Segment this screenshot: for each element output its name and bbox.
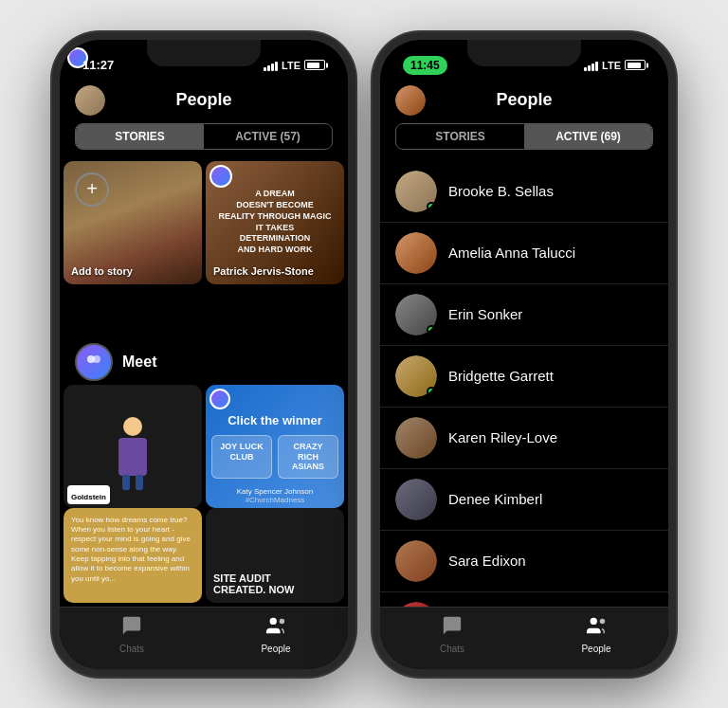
active-user-row[interactable]: Sara Edixon	[380, 531, 668, 592]
avatar-2	[395, 85, 426, 116]
online-dot-3	[427, 387, 436, 396]
bitmoji-overlay-text: Goldstein	[71, 493, 106, 501]
battery-icon-2	[625, 60, 646, 70]
people-icon-2	[586, 615, 607, 641]
user-name-5: Denee Kimberl	[448, 491, 542, 507]
winner-options: JOY LUCK CLUB CRAZY RICH ASIANS	[211, 435, 338, 479]
stories-grid-1: + Add to story A DREAMDOESN'T BECOMEREAL…	[60, 161, 348, 336]
quote-text: You know how dreams come true? When you …	[71, 516, 194, 585]
seg-active-2[interactable]: ACTIVE (69)	[524, 124, 652, 149]
meet-label: Meet	[122, 354, 156, 371]
page-title-1: People	[175, 90, 231, 110]
avatar-1	[75, 85, 105, 116]
chat-icon-2	[442, 615, 463, 641]
audit-card[interactable]: SITE AUDIT CREATED. NOW	[206, 508, 344, 603]
avatar-img-5	[395, 479, 437, 520]
app-container: 11:27 LTE	[33, 13, 695, 696]
click-winner-tag: #ChurchMadness	[209, 496, 340, 504]
lte-icon-2: LTE	[602, 60, 621, 71]
active-user-row[interactable]: Amelia Anna Talucci	[380, 223, 668, 284]
add-plus-icon[interactable]: +	[75, 172, 109, 207]
phone-2: 11:45 LTE	[373, 32, 676, 677]
avatar-img-1	[75, 85, 105, 116]
click-winner-title: Click the winner	[228, 413, 322, 427]
user-avatar-5	[395, 479, 437, 520]
click-winner-card[interactable]: Click the winner JOY LUCK CLUB CRAZY RIC…	[206, 385, 344, 508]
user-avatar-4	[395, 417, 437, 459]
online-dot-0	[427, 202, 436, 211]
active-user-row[interactable]: Denee Kimberl	[380, 469, 668, 531]
meet-row: Meet	[60, 336, 348, 385]
add-story-card[interactable]: + Add to story	[64, 161, 202, 284]
svg-point-2	[270, 617, 277, 624]
status-icons-1: LTE	[264, 60, 325, 71]
bitmoji-card[interactable]: Goldstein	[64, 385, 202, 508]
page-header-2: People	[380, 82, 668, 123]
tab-bar-2: Chats People	[380, 607, 668, 669]
battery-icon-1	[304, 60, 325, 70]
active-user-row[interactable]: Brooke B. Sellas	[380, 161, 668, 223]
active-user-row[interactable]: Bridgette Garrett	[380, 346, 668, 408]
add-story-label: Add to story	[71, 265, 133, 277]
tab-chats-2[interactable]: Chats	[380, 615, 524, 654]
cards-row: Goldstein Click the winner JOY LUCK CLUB…	[60, 385, 348, 508]
segmented-2: STORIES ACTIVE (69)	[395, 123, 653, 150]
active-user-row[interactable]: Karen Riley-Love	[380, 408, 668, 469]
online-dot-2	[427, 325, 436, 335]
bottom-cards: You know how dreams come true? When you …	[60, 508, 348, 607]
user-avatar-6	[395, 540, 437, 582]
time-1: 11:27	[82, 58, 114, 72]
user-avatar-0	[395, 171, 437, 212]
avatar-img-1	[395, 232, 437, 274]
status-icons-2: LTE	[584, 60, 646, 71]
tab-people-label-1: People	[261, 644, 290, 654]
notch-1	[147, 40, 261, 66]
user-name-1: Amelia Anna Talucci	[448, 245, 575, 261]
svg-point-3	[280, 618, 285, 624]
story-card-patrick[interactable]: A DREAMDOESN'T BECOMEREALITY THROUGH MAG…	[206, 161, 344, 284]
story-label-patrick: Patrick Jervis-Stone	[213, 265, 314, 277]
active-user-row[interactable]: Amy Melissa Kraft	[380, 592, 668, 607]
seg-active-1[interactable]: ACTIVE (57)	[204, 124, 332, 149]
tab-chats-1[interactable]: Chats	[60, 615, 204, 654]
page-title-2: People	[496, 90, 552, 110]
active-user-row[interactable]: Erin Sonker	[380, 284, 668, 346]
user-name-4: Karen Riley-Love	[448, 429, 557, 445]
seg-stories-1[interactable]: STORIES	[76, 124, 204, 149]
page-header-1: People	[60, 82, 348, 123]
user-avatar-2	[395, 294, 437, 336]
tab-people-2[interactable]: People	[524, 615, 668, 654]
active-users-list: Brooke B. SellasAmelia Anna TalucciErin …	[380, 161, 668, 607]
signal-icon-2	[584, 60, 598, 71]
lte-icon-1: LTE	[282, 60, 300, 71]
phone-2-screen: 11:45 LTE	[380, 40, 668, 669]
quote-card[interactable]: You know how dreams come true? When you …	[64, 508, 202, 603]
user-name-3: Bridgette Garrett	[448, 368, 554, 384]
svg-point-5	[600, 618, 606, 624]
avatar-img-6	[395, 540, 437, 582]
winner-btn-2[interactable]: CRAZY RICH ASIANS	[278, 435, 338, 479]
winner-btn-1[interactable]: JOY LUCK CLUB	[211, 435, 272, 479]
user-name-6: Sara Edixon	[448, 553, 526, 569]
meet-avatar	[75, 343, 113, 381]
notch-2	[467, 40, 581, 66]
time-2: 11:45	[403, 56, 447, 75]
user-avatar-3	[395, 355, 437, 397]
segmented-1: STORIES ACTIVE (57)	[75, 123, 333, 150]
user-name-0: Brooke B. Sellas	[448, 183, 554, 199]
tab-people-label-2: People	[581, 644, 610, 654]
avatar-img-4	[395, 417, 437, 459]
click-winner-name: Katy Spencer Johnson	[209, 487, 340, 496]
signal-icon-1	[264, 60, 278, 71]
chat-icon-1	[121, 615, 142, 641]
phone-1: 11:27 LTE	[52, 32, 355, 677]
tab-people-1[interactable]: People	[204, 615, 348, 654]
svg-point-1	[93, 355, 100, 363]
tab-bar-1: Chats People	[60, 607, 348, 669]
people-icon-1	[265, 615, 286, 641]
seg-stories-2[interactable]: STORIES	[396, 124, 524, 149]
phone-1-screen: 11:27 LTE	[60, 40, 348, 669]
svg-point-4	[591, 617, 597, 624]
audit-text: SITE AUDIT CREATED. NOW	[213, 572, 294, 595]
avatar-img-2	[395, 85, 426, 116]
